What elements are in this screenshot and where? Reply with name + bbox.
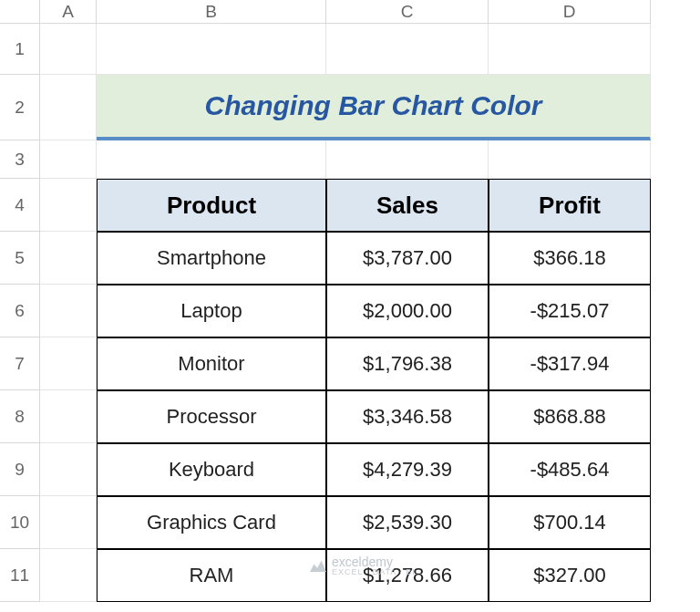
cell-D3[interactable] bbox=[489, 140, 651, 179]
row-header-6[interactable]: 6 bbox=[0, 285, 40, 337]
cell-C3[interactable] bbox=[326, 140, 489, 179]
row-header-7[interactable]: 7 bbox=[0, 337, 40, 390]
cell-A3[interactable] bbox=[40, 140, 97, 179]
cell-product-5[interactable]: Graphics Card bbox=[97, 496, 326, 549]
cell-sales-3[interactable]: $3,346.58 bbox=[326, 390, 489, 443]
cell-A9[interactable] bbox=[40, 443, 97, 496]
cell-product-0[interactable]: Smartphone bbox=[97, 232, 326, 285]
row-header-5[interactable]: 5 bbox=[0, 232, 40, 285]
cell-product-4[interactable]: Keyboard bbox=[97, 443, 326, 496]
header-product[interactable]: Product bbox=[97, 179, 326, 232]
col-header-A[interactable]: A bbox=[40, 0, 97, 24]
cell-B3[interactable] bbox=[97, 140, 326, 179]
row-header-9[interactable]: 9 bbox=[0, 443, 40, 496]
header-profit[interactable]: Profit bbox=[489, 179, 651, 232]
cell-A6[interactable] bbox=[40, 285, 97, 337]
title-cell[interactable]: Changing Bar Chart Color bbox=[97, 75, 651, 140]
row-header-10[interactable]: 10 bbox=[0, 496, 40, 549]
cell-sales-1[interactable]: $2,000.00 bbox=[326, 285, 489, 337]
cell-A2[interactable] bbox=[40, 75, 97, 140]
cell-A10[interactable] bbox=[40, 496, 97, 549]
row-header-11[interactable]: 11 bbox=[0, 549, 40, 602]
cell-profit-2[interactable]: -$317.94 bbox=[489, 337, 651, 390]
cell-profit-6[interactable]: $327.00 bbox=[489, 549, 651, 602]
cell-B1[interactable] bbox=[97, 24, 326, 75]
cell-A4[interactable] bbox=[40, 179, 97, 232]
cell-C1[interactable] bbox=[326, 24, 489, 75]
col-header-C[interactable]: C bbox=[326, 0, 489, 24]
cell-sales-0[interactable]: $3,787.00 bbox=[326, 232, 489, 285]
row-header-1[interactable]: 1 bbox=[0, 24, 40, 75]
cell-product-3[interactable]: Processor bbox=[97, 390, 326, 443]
cell-profit-3[interactable]: $868.88 bbox=[489, 390, 651, 443]
cell-A1[interactable] bbox=[40, 24, 97, 75]
cell-A7[interactable] bbox=[40, 337, 97, 390]
row-header-3[interactable]: 3 bbox=[0, 140, 40, 179]
cell-product-6[interactable]: RAM bbox=[97, 549, 326, 602]
header-sales[interactable]: Sales bbox=[326, 179, 489, 232]
col-header-D[interactable]: D bbox=[489, 0, 651, 24]
cell-A11[interactable] bbox=[40, 549, 97, 602]
cell-sales-6[interactable]: $1,278.66 bbox=[326, 549, 489, 602]
col-header-B[interactable]: B bbox=[97, 0, 326, 24]
cell-D1[interactable] bbox=[489, 24, 651, 75]
cell-product-2[interactable]: Monitor bbox=[97, 337, 326, 390]
row-header-8[interactable]: 8 bbox=[0, 390, 40, 443]
cell-profit-4[interactable]: -$485.64 bbox=[489, 443, 651, 496]
cell-profit-1[interactable]: -$215.07 bbox=[489, 285, 651, 337]
spreadsheet-grid: A B C D 1 2 Changing Bar Chart Color 3 4… bbox=[0, 0, 700, 602]
cell-sales-4[interactable]: $4,279.39 bbox=[326, 443, 489, 496]
select-all-corner[interactable] bbox=[0, 0, 40, 24]
row-header-2[interactable]: 2 bbox=[0, 75, 40, 140]
cell-A5[interactable] bbox=[40, 232, 97, 285]
cell-sales-5[interactable]: $2,539.30 bbox=[326, 496, 489, 549]
cell-product-1[interactable]: Laptop bbox=[97, 285, 326, 337]
cell-profit-5[interactable]: $700.14 bbox=[489, 496, 651, 549]
cell-sales-2[interactable]: $1,796.38 bbox=[326, 337, 489, 390]
cell-A8[interactable] bbox=[40, 390, 97, 443]
cell-profit-0[interactable]: $366.18 bbox=[489, 232, 651, 285]
row-header-4[interactable]: 4 bbox=[0, 179, 40, 232]
